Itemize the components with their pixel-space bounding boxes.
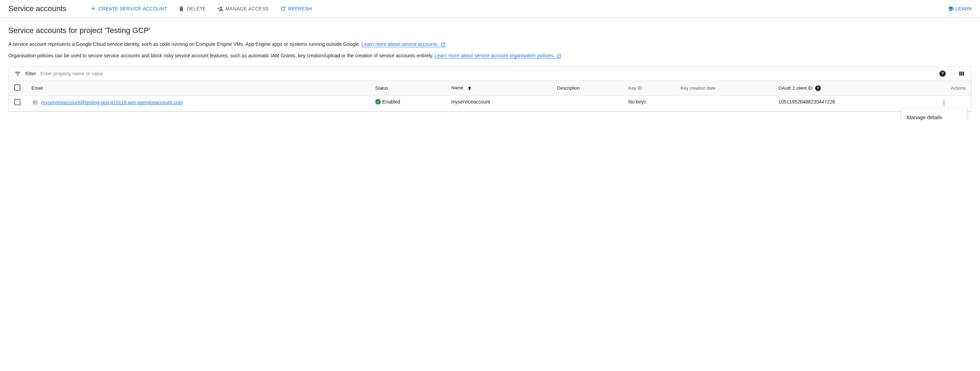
description-2: Organisation policies can be used to sec…: [8, 52, 972, 59]
refresh-label: REFRESH: [288, 6, 312, 11]
filter-input[interactable]: [40, 71, 934, 77]
service-account-icon: [32, 99, 38, 106]
svg-point-2: [943, 102, 944, 104]
cell-key-date: [675, 96, 773, 112]
header-name[interactable]: Name: [445, 81, 551, 96]
sort-ascending-icon: [467, 85, 473, 90]
content-area: Service accounts for project 'Testing GC…: [0, 18, 980, 120]
select-all-checkbox[interactable]: [14, 85, 21, 91]
delete-label: DELETE: [186, 6, 206, 11]
learn-more-org-policies-link[interactable]: Learn more about service account organis…: [434, 53, 562, 59]
delete-button[interactable]: DELETE: [174, 3, 210, 14]
column-display-icon[interactable]: [958, 69, 966, 78]
header-oauth-label: OAuth 2 client ID: [778, 85, 813, 91]
table-header-row: Email Status Name Description Key ID Key…: [9, 81, 971, 96]
header-status[interactable]: Status: [370, 81, 445, 96]
table-row: myserviceaccount@testing-gcp-415116.iam.…: [9, 96, 971, 112]
trash-icon: [178, 6, 185, 12]
learn-button[interactable]: LEARN: [948, 6, 972, 12]
actions-dropdown-menu: Manage detailsManage permissionsManage k…: [901, 108, 967, 120]
header-email[interactable]: Email: [26, 81, 370, 96]
oauth-help-icon[interactable]: ?: [815, 85, 821, 91]
plus-icon: [90, 6, 96, 12]
description-1: A service account represents a Google Cl…: [8, 41, 972, 48]
section-heading: Service accounts for project 'Testing GC…: [8, 26, 972, 35]
row-checkbox[interactable]: [14, 99, 21, 105]
header-key-id[interactable]: Key ID: [623, 81, 675, 96]
toolbar: Service accounts CREATE SERVICE ACCOUNT …: [0, 0, 980, 18]
desc2-link-text: Learn more about service account organis…: [434, 53, 555, 58]
desc1-text: A service account represents a Google Cl…: [8, 42, 361, 47]
filter-actions: ?: [938, 69, 966, 78]
create-service-account-button[interactable]: CREATE SERVICE ACCOUNT: [86, 3, 172, 14]
page-title: Service accounts: [8, 4, 67, 13]
cell-name: myserviceaccount: [445, 96, 551, 112]
desc1-link-text: Learn more about service accounts.: [361, 42, 439, 47]
external-link-icon: [557, 53, 562, 58]
filter-bar: Filter ?: [9, 67, 971, 81]
header-description[interactable]: Description: [552, 81, 623, 96]
refresh-icon: [280, 6, 286, 12]
manage-access-button[interactable]: MANAGE ACCESS: [213, 3, 273, 14]
status-enabled-icon: [375, 99, 381, 105]
svg-point-1: [943, 101, 944, 102]
external-link-icon: [441, 42, 445, 47]
svg-point-3: [943, 105, 944, 106]
header-actions: Actions: [916, 81, 971, 96]
cell-status: Enabled: [370, 96, 445, 112]
create-label: CREATE SERVICE ACCOUNT: [99, 6, 167, 11]
manage-access-label: MANAGE ACCESS: [225, 6, 269, 11]
filter-icon: [14, 70, 21, 77]
cell-email: myserviceaccount@testing-gcp-415116.iam.…: [26, 96, 370, 112]
header-checkbox-cell: [9, 81, 26, 96]
header-name-label: Name: [451, 85, 463, 90]
divider: [951, 69, 952, 78]
email-link[interactable]: myserviceaccount@testing-gcp-415116.iam.…: [41, 100, 183, 105]
cell-description: [552, 96, 623, 112]
cell-actions: Manage detailsManage permissionsManage k…: [916, 96, 971, 112]
header-oauth[interactable]: OAuth 2 client ID ?: [773, 81, 916, 96]
learn-label: LEARN: [955, 6, 972, 11]
row-actions-menu-button[interactable]: [940, 99, 948, 107]
refresh-button[interactable]: REFRESH: [276, 3, 316, 14]
service-accounts-table: Email Status Name Description Key ID Key…: [9, 81, 971, 112]
menu-item-manage-details[interactable]: Manage details: [901, 111, 967, 120]
row-checkbox-cell: [9, 96, 26, 112]
filter-label: Filter: [25, 71, 36, 77]
person-add-icon: [217, 6, 223, 12]
learn-more-service-accounts-link[interactable]: Learn more about service accounts.: [361, 42, 445, 47]
cell-oauth: 105119528488235447226: [773, 96, 916, 112]
table-container: Filter ? Email Status: [8, 66, 972, 112]
desc2-text: Organisation policies can be used to sec…: [8, 53, 434, 58]
cell-key-id: No keys: [623, 96, 675, 112]
filter-help-icon[interactable]: ?: [938, 69, 946, 78]
status-text: Enabled: [382, 99, 400, 105]
svg-point-0: [37, 104, 37, 105]
graduation-cap-icon: [948, 6, 954, 12]
header-key-date[interactable]: Key creation date: [675, 81, 773, 96]
